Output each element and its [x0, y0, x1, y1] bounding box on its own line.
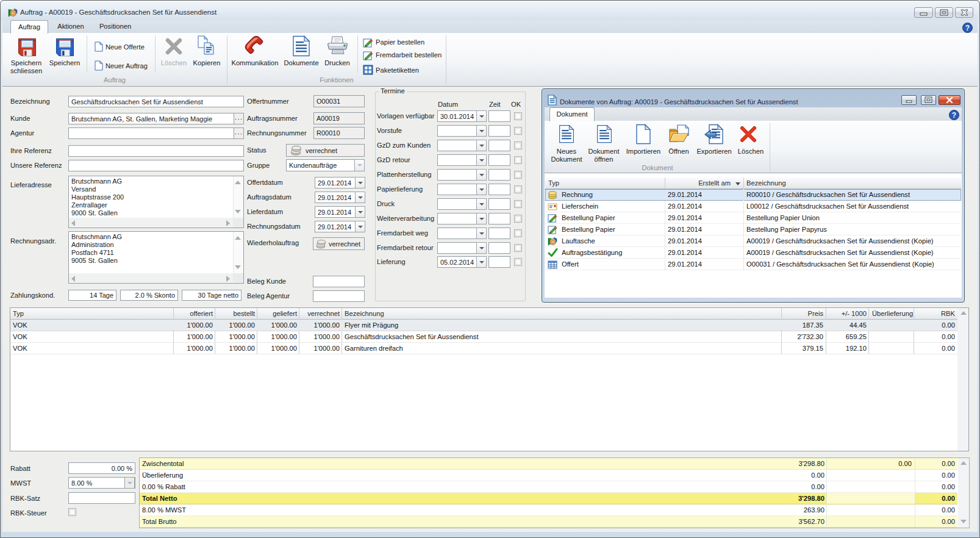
svg-text:?: ? — [965, 24, 970, 32]
svg-text:?: ? — [952, 111, 956, 120]
